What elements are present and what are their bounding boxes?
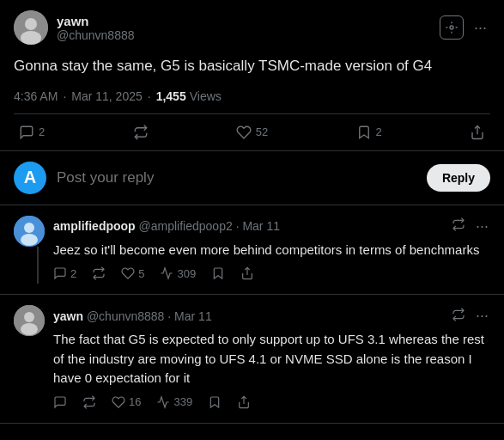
bookmark-action[interactable]: 2 xyxy=(351,121,387,144)
svg-point-3 xyxy=(450,26,453,29)
user-left: yawn @chunvn8888 xyxy=(14,10,135,45)
comment2-actions: 16 339 xyxy=(53,395,490,409)
comments-section: amplifiedpoop @amplifiedpoop2 · Mar 11 xyxy=(0,205,504,424)
svg-point-2 xyxy=(21,31,41,45)
reply-button[interactable]: Reply xyxy=(427,164,490,192)
c2-bookmark-icon xyxy=(208,395,222,409)
comment2-right: ··· xyxy=(450,305,490,327)
top-post: yawn @chunvn8888 ··· Gonna stay the same… xyxy=(0,0,504,150)
svg-point-6 xyxy=(24,223,34,233)
share-icon xyxy=(470,125,485,140)
comment2-name: yawn xyxy=(53,309,83,323)
c2-share-action[interactable] xyxy=(237,395,251,409)
c1-reply-action[interactable]: 2 xyxy=(53,266,76,280)
action-bar: 2 52 2 xyxy=(14,113,490,150)
c1-like-icon xyxy=(121,266,135,280)
comment2-more-button[interactable]: ··· xyxy=(474,305,490,327)
comment2-text: The fact that G5 is expected to only sup… xyxy=(53,330,490,388)
c1-views-action[interactable]: 309 xyxy=(160,266,196,280)
user-right-icons: ··· xyxy=(440,15,490,40)
c2-retweet-action[interactable] xyxy=(82,395,96,409)
comment1-right: ··· xyxy=(450,216,490,237)
dot2: · xyxy=(148,89,151,103)
user-row: yawn @chunvn8888 ··· xyxy=(14,10,490,45)
c1-bookmark-icon xyxy=(211,266,225,280)
c1-retweet-icon xyxy=(92,266,106,280)
post-meta: 4:36 AM · Mar 11, 2025 · 1,455 Views xyxy=(14,89,490,113)
views-label: Views xyxy=(190,89,222,103)
share-action[interactable] xyxy=(465,121,490,144)
c1-reply-count: 2 xyxy=(70,267,76,280)
c2-reply-action[interactable] xyxy=(53,395,67,409)
svg-point-11 xyxy=(21,323,38,335)
c1-like-count: 5 xyxy=(138,267,144,280)
views-count: 1,455 xyxy=(156,89,186,103)
c2-views-action[interactable]: 339 xyxy=(156,395,192,409)
user-info: yawn @chunvn8888 xyxy=(57,14,135,42)
c1-share-action[interactable] xyxy=(240,266,254,280)
post-time: 4:36 AM xyxy=(14,89,58,103)
retweet-action[interactable] xyxy=(128,121,154,144)
avatar xyxy=(14,10,48,45)
c1-views-count: 309 xyxy=(177,267,196,280)
c1-share-icon xyxy=(240,266,254,280)
reply-action[interactable]: 2 xyxy=(14,121,50,144)
comment1-more-button[interactable]: ··· xyxy=(474,216,490,237)
comment-amplifiedpoop: amplifiedpoop @amplifiedpoop2 · Mar 11 xyxy=(0,205,504,296)
avatar-amplifiedpoop xyxy=(14,216,45,247)
comment2-handle: @chunvn8888 xyxy=(87,309,165,323)
bookmark-count: 2 xyxy=(376,125,382,138)
thread-line xyxy=(37,247,39,284)
avatar-yawn2 xyxy=(14,305,45,336)
svg-point-1 xyxy=(25,18,37,30)
c2-like-count: 16 xyxy=(129,395,141,408)
like-count: 52 xyxy=(256,125,268,138)
reply-input[interactable] xyxy=(57,169,416,186)
comment1-repost-icon[interactable] xyxy=(450,216,467,236)
comment1-actions: 2 5 309 xyxy=(53,266,490,280)
c1-reply-icon xyxy=(53,266,67,280)
c1-like-action[interactable]: 5 xyxy=(121,266,144,280)
comment1-text: Jeez so it'll become even more behind co… xyxy=(53,241,490,260)
reply-icon xyxy=(19,125,34,140)
like-action[interactable]: 52 xyxy=(231,121,273,144)
comment-yawn: yawn @chunvn8888 · Mar 11 ··· xyxy=(0,295,504,424)
reply-avatar: A xyxy=(14,162,46,194)
bookmark-icon xyxy=(356,125,372,140)
c2-views-icon xyxy=(156,395,170,409)
c2-share-icon xyxy=(237,395,251,409)
comment1-name: amplifiedpoop xyxy=(53,219,136,233)
handle: @chunvn8888 xyxy=(57,28,135,42)
c2-retweet-icon xyxy=(82,395,96,409)
more-options-button[interactable]: ··· xyxy=(471,15,490,40)
dot1: · xyxy=(63,89,66,103)
c2-reply-icon xyxy=(53,395,67,409)
reply-area: A Reply xyxy=(0,150,504,205)
comment2-date: Mar 11 xyxy=(174,309,212,323)
c2-like-icon xyxy=(112,395,125,409)
post-content: Gonna stay the same, G5 is basically TSM… xyxy=(14,55,490,77)
grok-icon[interactable] xyxy=(440,15,464,40)
reply-count: 2 xyxy=(39,125,45,138)
display-name: yawn xyxy=(57,14,135,28)
comment1-date: Mar 11 xyxy=(242,219,280,233)
c2-views-count: 339 xyxy=(173,395,192,408)
c1-bookmark-action[interactable] xyxy=(211,266,225,280)
c2-like-action[interactable]: 16 xyxy=(112,395,141,409)
comment2-repost-icon[interactable] xyxy=(450,306,467,327)
comment2-dot: · xyxy=(167,309,174,323)
c1-views-icon xyxy=(160,266,173,280)
svg-point-7 xyxy=(21,234,38,246)
post-date: Mar 11, 2025 xyxy=(71,89,143,103)
c2-bookmark-action[interactable] xyxy=(208,395,222,409)
comment2-meta: yawn @chunvn8888 · Mar 11 xyxy=(53,309,212,323)
retweet-icon xyxy=(133,125,149,140)
c1-retweet-action[interactable] xyxy=(92,266,106,280)
comment1-meta: amplifiedpoop @amplifiedpoop2 · Mar 11 xyxy=(53,219,280,233)
like-icon xyxy=(236,125,252,140)
comment1-handle: @amplifiedpoop2 xyxy=(139,219,233,233)
svg-point-10 xyxy=(24,312,34,322)
